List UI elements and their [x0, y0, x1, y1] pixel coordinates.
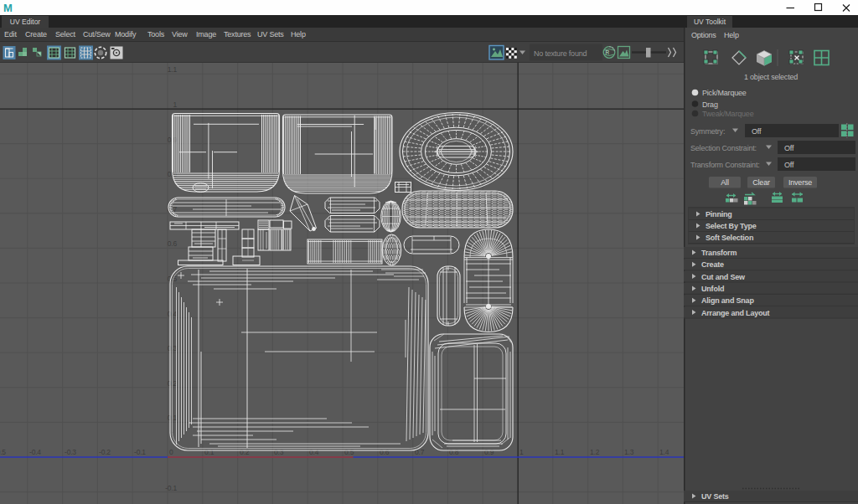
svg-text:Align and Snap: Align and Snap — [701, 296, 754, 305]
svg-text:Transform: Transform — [701, 249, 737, 257]
svg-text:-0.4: -0.4 — [29, 448, 41, 456]
svg-text:All: All — [721, 178, 729, 187]
svg-text:Select By Type: Select By Type — [706, 222, 757, 230]
svg-text:Help: Help — [724, 31, 739, 39]
svg-text:Clear: Clear — [752, 178, 770, 187]
svg-text:1.1: 1.1 — [555, 448, 565, 456]
svg-text:0.4: 0.4 — [309, 448, 319, 456]
svg-text:0.6: 0.6 — [168, 239, 178, 248]
svg-text:M: M — [3, 2, 13, 14]
svg-text:1.4: 1.4 — [659, 448, 669, 456]
svg-text:Inverse: Inverse — [788, 178, 812, 187]
svg-text:1 object selected: 1 object selected — [744, 73, 798, 81]
svg-text:No texture found: No texture found — [534, 49, 587, 58]
svg-text:1.1: 1.1 — [168, 65, 178, 74]
svg-text:1: 1 — [519, 448, 524, 456]
svg-text:-0.3: -0.3 — [65, 448, 76, 456]
svg-text:-0.1: -0.1 — [165, 484, 177, 492]
svg-text:Selection Constraint:: Selection Constraint: — [690, 144, 757, 152]
svg-text:Options: Options — [691, 31, 716, 39]
svg-text:0.3: 0.3 — [274, 448, 284, 456]
svg-text:0.1: 0.1 — [204, 448, 214, 456]
svg-text:Off: Off — [784, 161, 794, 169]
svg-text:-0.1: -0.1 — [134, 448, 146, 456]
svg-text:Pick/Marquee: Pick/Marquee — [702, 89, 747, 97]
svg-text:Pinning: Pinning — [706, 210, 732, 219]
svg-text:Transform Constraint:: Transform Constraint: — [690, 161, 760, 169]
svg-text:0.8: 0.8 — [449, 448, 459, 456]
svg-text:0.5: 0.5 — [344, 448, 354, 456]
svg-text:UV Sets: UV Sets — [701, 492, 729, 501]
svg-text:Unfold: Unfold — [701, 285, 724, 293]
svg-text:0.9: 0.9 — [484, 448, 494, 456]
svg-text:R: R — [606, 49, 610, 55]
svg-text:Soft Selection: Soft Selection — [706, 234, 753, 242]
svg-text:1: 1 — [173, 100, 177, 109]
svg-text:1.3: 1.3 — [624, 448, 634, 456]
svg-text:Off: Off — [752, 127, 762, 136]
svg-text:-0.2: -0.2 — [99, 448, 111, 456]
svg-text:Arrange and Layout: Arrange and Layout — [701, 309, 770, 317]
svg-text:-0.5: -0.5 — [0, 448, 6, 456]
svg-text:Tweak/Marquee: Tweak/Marquee — [702, 110, 754, 118]
svg-text:0.2: 0.2 — [240, 448, 250, 456]
svg-text:Off: Off — [784, 144, 794, 152]
svg-text:Cut and Sew: Cut and Sew — [701, 273, 746, 281]
svg-text:0: 0 — [169, 448, 173, 456]
svg-text:1.2: 1.2 — [590, 448, 600, 456]
svg-text:Create: Create — [701, 260, 724, 269]
svg-text:0.6: 0.6 — [380, 448, 390, 456]
svg-text:Drag: Drag — [702, 100, 718, 109]
svg-text:Symmetry:: Symmetry: — [690, 127, 725, 136]
